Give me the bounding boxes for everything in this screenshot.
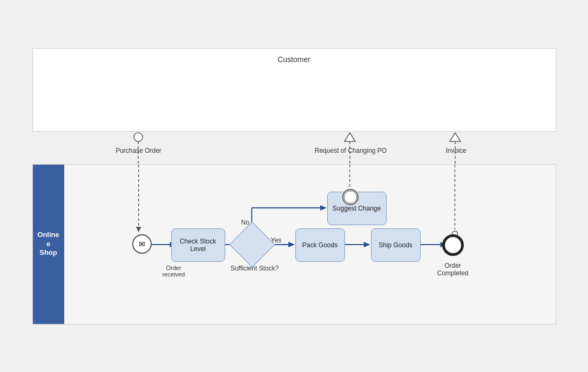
svg-marker-18 — [363, 242, 370, 247]
order-received-label: Order received — [159, 265, 189, 278]
diagram-container: Customer Purchase Order Request of Chang — [32, 48, 556, 324]
svg-marker-16 — [320, 205, 326, 211]
customer-lane-label: Customer — [33, 49, 556, 64]
end-event — [442, 234, 464, 256]
envelope-icon: ✉ — [139, 240, 145, 248]
check-stock-task[interactable]: Check Stock Level — [171, 228, 225, 262]
order-completed-label: Order Completed — [434, 262, 472, 277]
sufficient-stock-label: Sufficient Stock? — [228, 265, 282, 272]
svg-marker-2 — [344, 133, 355, 141]
shop-content: ✉ Order received Check Stock Level Yes N… — [64, 165, 556, 324]
svg-marker-13 — [288, 242, 295, 247]
no-label: No — [241, 219, 249, 226]
connector-svg — [32, 132, 556, 164]
request-change-label: Request of Changing PO — [308, 147, 394, 154]
ship-goods-task[interactable]: Ship Goods — [371, 228, 421, 262]
pack-goods-task[interactable]: Pack Goods — [295, 228, 345, 262]
shop-lane: Online e Shop — [32, 164, 556, 324]
start-event: ✉ — [132, 234, 152, 254]
purchase-order-label: Purchase Order — [112, 147, 165, 154]
svg-marker-4 — [450, 133, 461, 141]
invoice-label: Invoice — [437, 147, 475, 154]
customer-lane: Customer — [32, 48, 556, 132]
svg-point-0 — [134, 133, 143, 141]
decision-diamond — [236, 228, 269, 262]
svg-marker-7 — [136, 227, 141, 232]
yes-label: Yes — [271, 236, 282, 244]
shop-lane-label: Online e Shop — [33, 165, 64, 324]
connector-row: Purchase Order Request of Changing PO In… — [32, 132, 556, 164]
